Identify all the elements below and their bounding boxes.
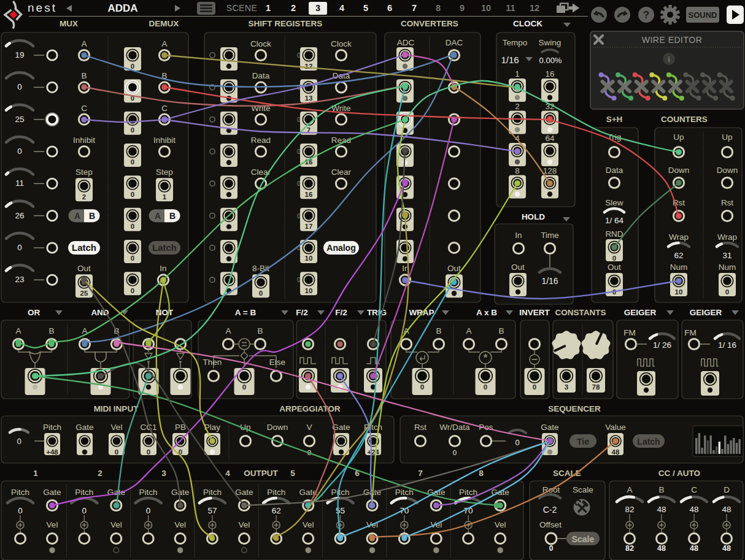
svg-text:31: 31 [722,251,731,260]
svg-text:Pitch: Pitch [139,488,158,497]
svg-text:Up: Up [673,132,684,142]
svg-text:0: 0 [612,255,616,262]
svg-text:48: 48 [689,505,698,514]
svg-text:55: 55 [336,506,345,515]
svg-text:B: B [498,326,504,336]
svg-text:B: B [257,326,263,336]
svg-text:82: 82 [625,505,634,514]
svg-text:FM: FM [684,328,697,337]
svg-text:B: B [89,211,95,221]
svg-text:62: 62 [272,506,281,515]
svg-text:Pitch: Pitch [331,488,349,497]
svg-text:23: 23 [15,275,24,284]
svg-text:1/16: 1/16 [501,55,519,65]
svg-text:?: ? [643,9,649,21]
svg-text:0: 0 [17,147,22,156]
svg-text:Rst: Rst [414,423,427,432]
svg-text:Gate: Gate [235,488,253,497]
svg-text:0: 0 [242,383,246,391]
svg-text:A: A [155,211,161,221]
svg-text:9: 9 [460,3,465,13]
svg-text:0: 0 [17,243,22,252]
svg-text:2: 2 [291,3,296,13]
svg-text:A: A [161,39,167,48]
svg-text:SCENE: SCENE [226,3,258,13]
svg-text:ARPEGGIATOR: ARPEGGIATOR [279,404,341,413]
svg-text:SHIFT REGISTERS: SHIFT REGISTERS [249,19,323,28]
svg-text:Scale: Scale [573,485,593,494]
svg-text:DAC: DAC [446,38,463,47]
svg-text:Write: Write [251,104,270,113]
svg-text:C: C [691,485,697,494]
svg-text:0.00%: 0.00% [539,56,562,65]
svg-text:0: 0 [131,255,134,262]
svg-text:78: 78 [592,383,600,391]
svg-text:Vel: Vel [303,520,314,529]
svg-text:10: 10 [675,288,683,296]
svg-text:A x B: A x B [476,308,497,317]
svg-text:Wrap: Wrap [717,232,737,242]
svg-text:A: A [74,211,80,221]
svg-text:3: 3 [565,383,568,391]
svg-text:DEMUX: DEMUX [149,19,179,28]
svg-text:4: 4 [225,469,230,478]
svg-text:0: 0 [533,383,536,391]
svg-text:Vel: Vel [110,520,122,529]
svg-text:3: 3 [161,469,166,478]
svg-text:V: V [306,423,312,432]
svg-text:Tie: Tie [577,437,589,447]
svg-text:FM: FM [623,328,636,337]
svg-text:2: 2 [515,102,520,111]
svg-text:Analog: Analog [326,243,355,253]
svg-text:0: 0 [131,158,134,166]
svg-text:In: In [160,264,166,273]
svg-text:11: 11 [15,178,24,188]
svg-text:Slew: Slew [605,198,623,207]
svg-text:Pitch: Pitch [267,488,285,497]
svg-text:B: B [48,326,54,336]
svg-text:62: 62 [674,251,683,260]
svg-text:Latch: Latch [72,242,96,253]
svg-text:Down: Down [267,423,288,432]
svg-text:0: 0 [18,506,23,515]
svg-text:0: 0 [453,449,457,456]
svg-text:Down: Down [668,166,690,175]
svg-text:0: 0 [17,437,21,446]
svg-text:Else: Else [269,358,285,367]
svg-text:HOLD: HOLD [522,212,545,221]
svg-text:13: 13 [305,94,313,102]
svg-text:1/ 64: 1/ 64 [605,216,624,225]
svg-text:1/ 16: 1/ 16 [718,340,736,350]
svg-text:GEIGER: GEIGER [690,308,722,317]
svg-text:25: 25 [80,290,88,297]
svg-text:Pitch: Pitch [43,423,61,432]
svg-text:1: 1 [163,193,167,201]
svg-text:16: 16 [545,69,554,79]
svg-text:Rst: Rst [721,198,733,207]
svg-text:CC / AUTO: CC / AUTO [658,469,700,478]
svg-text:D: D [724,485,730,494]
svg-text:0: 0 [147,448,150,456]
svg-text:0: 0 [131,63,134,70]
svg-text:Inhibit: Inhibit [73,136,95,145]
svg-text:0: 0 [259,290,263,297]
svg-text:0: 0 [82,506,87,515]
svg-text:82: 82 [625,544,634,553]
svg-text:Read: Read [251,136,271,145]
svg-text:Vel: Vel [111,423,123,432]
svg-text:0: 0 [515,438,519,447]
svg-text:Out: Out [608,263,621,272]
svg-text:Vel: Vel [239,520,250,529]
svg-text:Gate: Gate [75,423,93,432]
svg-text:0: 0 [484,383,487,391]
svg-text:TRIG: TRIG [367,308,387,317]
svg-text:1/ 26: 1/ 26 [653,340,671,350]
svg-text:Wrap: Wrap [669,232,689,242]
svg-text:ADC: ADC [397,38,415,47]
svg-text:7: 7 [412,3,417,13]
svg-text:A = B: A = B [235,308,257,317]
svg-text:0: 0 [725,288,729,296]
svg-text:Data: Data [252,71,270,80]
svg-text:Tempo: Tempo [503,38,528,47]
svg-text:B: B [169,211,176,221]
